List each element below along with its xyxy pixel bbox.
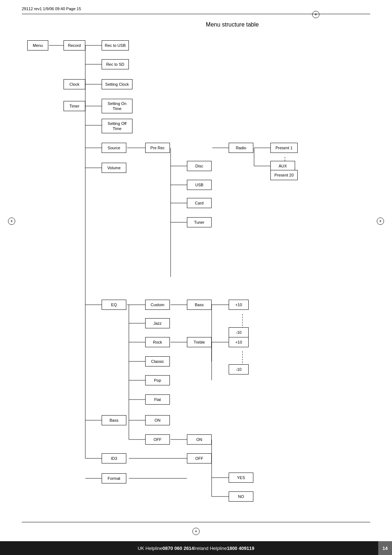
format-box: Format <box>102 473 126 483</box>
eq-box: EQ <box>102 300 126 310</box>
header-text: 29112 rev1 1/9/06 09:40 Page 15 <box>22 7 81 11</box>
minus10-bass-box: -10 <box>229 327 249 337</box>
footer-bar: UK Helpline 0870 060 2614 Ireland Helpli… <box>0 541 392 555</box>
flat-box: Flat <box>145 394 170 405</box>
minus10-treble-box: -10 <box>229 364 249 374</box>
treble-box: Treble <box>187 337 212 347</box>
aux-box: AUX <box>270 161 295 171</box>
reg-mark-right: + <box>377 218 384 225</box>
jazz-box: Jazz <box>145 318 170 328</box>
record-box: Record <box>64 40 85 50</box>
ireland-label: Ireland Helpline <box>194 546 227 551</box>
rec-to-usb-box: Rec to USB <box>102 40 129 50</box>
bass-box: Bass <box>102 415 126 425</box>
off-id3-box: OFF <box>187 453 212 463</box>
page-number: 14 <box>378 541 392 555</box>
reg-mark-left: + <box>8 218 15 225</box>
source-box: Source <box>102 143 126 153</box>
card-box: Card <box>187 198 212 208</box>
main-content: Menu structure table + + <box>0 14 392 522</box>
bass-eq-box: Bass <box>187 300 212 310</box>
pop-box: Pop <box>145 375 170 385</box>
clock-box: Clock <box>64 79 85 89</box>
radio-box: Radio <box>229 143 253 153</box>
bottom-divider <box>22 522 370 522</box>
ireland-number: 1800 409119 <box>227 546 254 551</box>
id3-box: ID3 <box>102 453 126 463</box>
diagram: Menu Record Rec to USB Rec to SD Clock S… <box>22 35 370 515</box>
usb-box: USB <box>187 180 212 190</box>
pre-rec-box: Pre Rec <box>145 143 170 153</box>
reg-mark-bottom: + <box>192 528 200 535</box>
plus10-treble-box: +10 <box>229 337 249 347</box>
classic-box: Classic <box>145 356 170 366</box>
plus10-bass-box: +10 <box>229 300 249 310</box>
menu-box: Menu <box>27 40 48 50</box>
off-bass-box: OFF <box>145 434 170 445</box>
uk-label: UK Helpline <box>138 546 163 551</box>
timer-box: Timer <box>64 101 85 111</box>
present1-box: Present 1 <box>270 143 298 153</box>
setting-clock-box: Setting Clock <box>102 79 132 89</box>
no-box: NO <box>229 491 253 502</box>
tuner-box: Tuner <box>187 217 212 227</box>
volume-box: Volume <box>102 163 126 173</box>
yes-box: YES <box>229 473 253 483</box>
present20-box: Present 20 <box>270 170 298 180</box>
page: 29112 rev1 1/9/06 09:40 Page 15 + Menu s… <box>0 0 392 555</box>
rec-to-sd-box: Rec to SD <box>102 59 129 69</box>
setting-on-time-box: Setting On Time <box>102 99 132 113</box>
rock-box: Rock <box>145 337 170 347</box>
disc-box: Disc <box>187 161 212 171</box>
header: 29112 rev1 1/9/06 09:40 Page 15 + <box>0 0 392 11</box>
custom-box: Custom <box>145 300 170 310</box>
uk-number: 0870 060 2614 <box>163 546 194 551</box>
diagram-title: Menu structure table <box>94 21 370 28</box>
on-sub-box: ON <box>187 434 212 445</box>
on-bass-box: ON <box>145 415 170 425</box>
setting-off-time-box: Setting Off Time <box>102 119 132 133</box>
